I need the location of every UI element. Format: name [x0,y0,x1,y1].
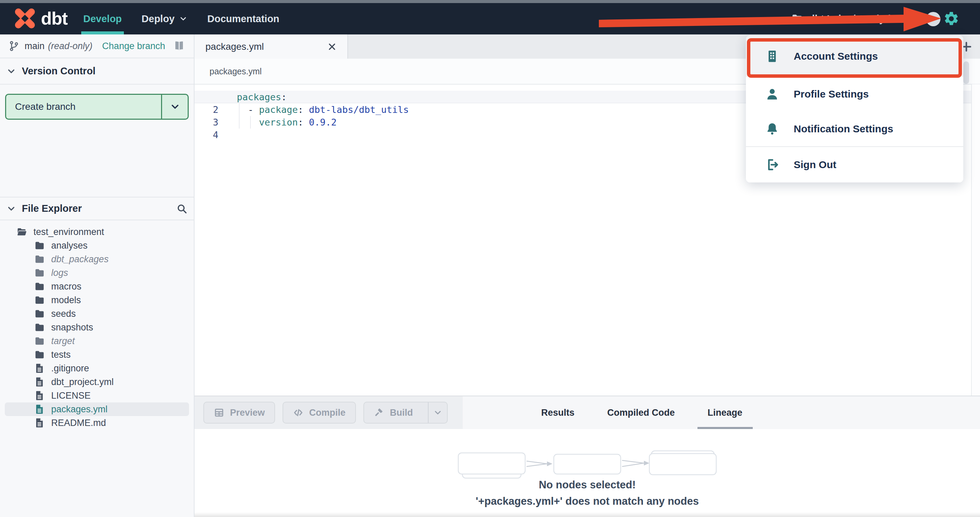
file-tree-item-models[interactable]: models [0,293,194,307]
button-label: Compile [309,408,346,418]
chevron-down-icon [6,66,16,76]
folder-icon [34,267,45,278]
folder-icon [34,254,45,265]
file-tree-item-target[interactable]: target [0,334,194,348]
current-branch-name: main [25,41,45,51]
create-branch-button[interactable]: Create branch [5,94,189,120]
lineage-panel: No nodes selected! '+packages.yml+' does… [194,429,980,517]
close-icon[interactable] [328,42,336,51]
menu-item-account-settings[interactable]: Account Settings [746,35,963,77]
menu-item-label: Notification Settings [794,123,893,135]
create-branch-dropdown[interactable] [161,95,188,119]
build-button-main[interactable]: Build [364,403,423,423]
button-label: Build [390,408,413,418]
file-tree: test_environmentanalysesdbt_packageslogs… [0,225,194,430]
code-token: dbt-labs/dbt_utils [309,105,409,115]
file-name: analyses [51,240,88,251]
code-token: : [298,105,309,115]
code-token: - [237,105,259,115]
file-tree-item-macros[interactable]: macros [0,280,194,293]
file-name: seeds [51,309,76,319]
file-name: snapshots [51,322,93,333]
file-name: tests [51,350,71,360]
dbt-logo-text: dbt [41,8,68,29]
change-branch-link[interactable]: Change branch [102,41,165,51]
branch-row: main (read-only) Change branch [0,35,194,58]
chevron-down-icon [6,204,16,214]
menu-item-notification-settings[interactable]: Notification Settings [746,111,963,146]
tab-compiled-code[interactable]: Compiled Code [608,396,675,429]
version-control-title: Version Control [22,65,95,77]
file-explorer-header[interactable]: File Explorer [0,197,194,220]
tab-results[interactable]: Results [541,396,574,429]
file-icon [34,404,45,415]
file-explorer-title: File Explorer [22,203,82,214]
file-name: macros [51,281,81,292]
account-context[interactable]: dbt Labs / Analytics [791,3,902,35]
settings-gear-icon[interactable] [943,11,959,27]
code-token: 0.9.2 [309,117,336,128]
file-tree-item-analyses[interactable]: analyses [0,239,194,252]
menu-item-label: Account Settings [794,51,878,62]
build-dropdown[interactable] [428,403,447,423]
file-tree-item-license[interactable]: LICENSE [0,389,194,403]
file-icon [34,417,45,428]
preview-button[interactable]: Preview [204,402,275,423]
version-control-header[interactable]: Version Control [0,58,194,84]
sidebar: main (read-only) Change branch Version C… [0,35,194,517]
file-icon [34,390,45,401]
git-branch-icon [8,40,20,52]
chevron-down-icon [170,101,180,112]
editor-right-rail [971,84,980,396]
top-navbar: dbt DevelopDeployDocumentation dbt Labs … [0,3,980,35]
file-name: target [51,336,75,346]
file-tree-item-logs[interactable]: logs [0,266,194,280]
account-settings-menu: Account SettingsProfile SettingsNotifica… [746,35,963,182]
user-avatar[interactable] [926,12,940,26]
tab-lineage[interactable]: Lineage [708,396,743,429]
file-tree-item-gitignore[interactable]: .gitignore [0,362,194,375]
file-tree-item-packages-yml[interactable]: packages.yml [5,403,189,416]
editor-tab-packages-yml[interactable]: packages.yml [194,35,348,59]
file-tree-item-tests[interactable]: tests [0,348,194,362]
build-button[interactable]: Build [363,402,448,423]
branch-readonly-label: (read-only) [48,41,93,51]
dbt-logo[interactable]: dbt [14,7,68,30]
editor-scrollbar-thumb[interactable] [963,61,969,84]
code-token [237,117,259,128]
file-tree-item-seeds[interactable]: seeds [0,307,194,320]
file-tree-item-readme-md[interactable]: README.md [0,416,194,430]
lineage-empty-message: No nodes selected! '+packages.yml+' does… [194,477,980,509]
nav-item-deploy[interactable]: Deploy [142,3,188,35]
search-icon[interactable] [176,203,188,214]
compile-button[interactable]: Compile [283,402,356,423]
file-tree-item-dbt-project-yml[interactable]: dbt_project.yml [0,375,194,389]
menu-item-sign-out[interactable]: Sign Out [746,146,963,182]
signout-icon [765,157,780,172]
menu-item-profile-settings[interactable]: Profile Settings [746,77,963,111]
folder-icon [34,308,45,319]
folder-open-icon [16,227,27,237]
chevron-down-icon [433,408,442,417]
lineage-message-line1: No nodes selected! [194,477,980,493]
file-name: logs [51,268,68,278]
file-name: .gitignore [51,363,89,374]
create-branch-label[interactable]: Create branch [6,95,161,119]
breadcrumb-filename: packages.yml [210,67,262,76]
file-tree-item-test-environment[interactable]: test_environment [0,225,194,239]
folder-icon [34,240,45,251]
docs-book-icon[interactable] [173,40,186,52]
file-name: dbt_project.yml [51,377,114,387]
file-tree-item-dbt-packages[interactable]: dbt_packages [0,252,194,266]
code-token: version [259,117,298,128]
file-tree-item-snapshots[interactable]: snapshots [0,320,194,334]
file-icon [34,376,45,387]
nav-item-develop[interactable]: Develop [83,3,122,35]
project-folder-icon [791,13,803,25]
nav-item-documentation[interactable]: Documentation [207,3,280,35]
window-chrome-strip [0,0,980,3]
nav-item-label: Develop [83,13,122,25]
account-label: dbt Labs / Analytics [809,13,902,25]
file-icon [34,363,45,374]
hammer-icon [374,407,385,418]
